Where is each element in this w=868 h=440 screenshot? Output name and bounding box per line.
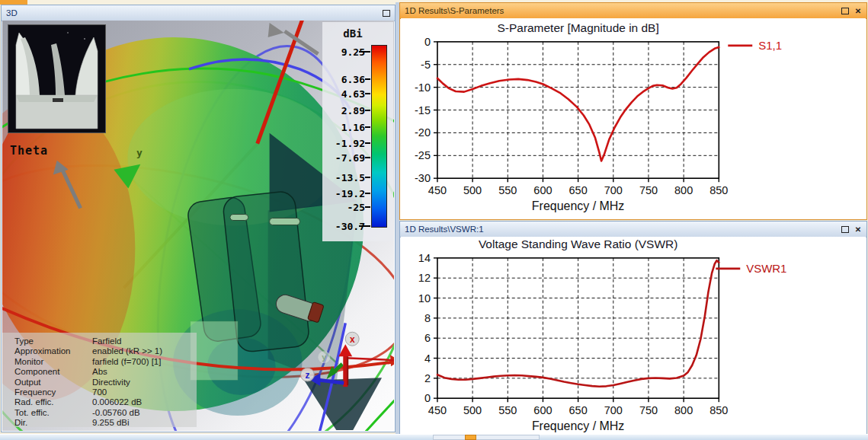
colorbar-tick [365, 93, 370, 94]
y-axis-badge-label: y [322, 352, 327, 362]
y-axis-label: y [136, 147, 143, 158]
info-value: 700 [92, 387, 107, 397]
x-tick-label: 500 [463, 404, 482, 416]
y-tick-label: 6 [424, 332, 431, 344]
x-axis-label: Frequency / MHz [532, 199, 624, 212]
window-vswr: 1D Results\VSWR:1 ✕ 45050055060065070075… [399, 221, 867, 435]
maximize-icon[interactable] [840, 225, 850, 234]
y-tick-label: 12 [418, 272, 431, 284]
x-tick-label: 550 [498, 184, 517, 196]
app-frame-accent [0, 0, 27, 5]
info-label: Type [14, 336, 92, 346]
window-3d-titlebar[interactable]: 3D [2, 5, 395, 21]
info-value: Abs [92, 367, 107, 377]
antenna-pin-2 [270, 218, 300, 225]
close-icon[interactable]: ✕ [853, 225, 863, 234]
y-tick-label: 2 [424, 372, 431, 384]
s-parameters-titlebar[interactable]: 1D Results\S-Parameters ✕ [400, 3, 866, 19]
x-tick-label: 450 [428, 184, 447, 196]
legend-label[interactable]: VSWR1 [746, 262, 786, 275]
y-tick-label: -15 [415, 104, 431, 116]
info-label: Approximation [14, 346, 92, 356]
legend-label[interactable]: S1,1 [758, 39, 782, 52]
colorbar-tick [359, 225, 370, 227]
info-value: -0.05760 dB [92, 408, 140, 418]
info-row: Dir.9.255 dBi [14, 418, 197, 428]
y-tick-label: 8 [424, 312, 431, 324]
z-axis-badge-label: z [305, 370, 309, 381]
x-tick-label: 550 [498, 404, 517, 416]
info-row: OutputDirectivity [14, 378, 197, 387]
window-3d-title: 3D [6, 8, 379, 18]
info-row: Monitorfarfield (f=700) [1] [14, 357, 197, 367]
colorbar-label: -7.69 [335, 151, 365, 163]
info-value: 9.255 dBi [92, 418, 130, 428]
colorbar-tick [365, 206, 370, 208]
info-label: Dir. [14, 418, 92, 428]
antenna-pin-1 [230, 215, 248, 221]
x-axis-badge-label: x [350, 334, 355, 345]
y-tick-label: -30 [415, 172, 431, 184]
x-tick-label: 650 [569, 184, 588, 196]
info-row: Frequency700 [14, 387, 197, 397]
colorbar-tick [365, 126, 370, 128]
info-label: Output [14, 378, 92, 387]
colorbar-label: -13.5 [335, 171, 365, 183]
vswr-chart[interactable]: 45050055060065070075080085002468101214Vo… [401, 237, 866, 434]
info-label: Frequency [14, 387, 92, 397]
y-tick-label: -5 [421, 59, 431, 71]
colorbar-label: -25 [348, 202, 365, 213]
info-value: farfield (f=700) [1] [92, 357, 161, 367]
maximize-icon[interactable] [381, 8, 392, 18]
chart-title: S-Parameter [Magnitude in dB] [498, 21, 659, 34]
info-value: Directivity [92, 378, 130, 387]
colorbar-tick [365, 142, 370, 144]
info-row: Tot. effic.-0.05760 dB [14, 408, 197, 418]
vswr-title: 1D Results\VSWR:1 [405, 225, 838, 234]
chart-title: Voltage Standing Wave Ratio (VSWR) [479, 238, 677, 250]
colorbar-tick [365, 78, 370, 80]
vswr-body: 45050055060065070075080085002468101214Vo… [401, 237, 866, 434]
colorbar-tick [359, 51, 370, 53]
bounding-box-face [191, 321, 238, 380]
y-tick-label: 10 [418, 292, 431, 304]
close-icon[interactable]: ✕ [853, 6, 863, 15]
s-parameters-title: 1D Results\S-Parameters [405, 6, 838, 15]
x-tick-label: 600 [533, 184, 552, 196]
info-label: Tot. effic. [14, 408, 92, 418]
maximize-icon[interactable] [840, 6, 850, 15]
y-tick-label: -20 [415, 126, 431, 139]
info-value: Farfield [92, 336, 121, 346]
s-parameter-chart[interactable]: 4505005506006507007508008500-5-10-15-20-… [401, 18, 866, 218]
x-tick-label: 800 [674, 404, 693, 416]
x-tick-label: 800 [674, 184, 693, 196]
info-value: 0.006022 dB [92, 397, 142, 407]
y-tick-label: -10 [415, 81, 431, 94]
theta-label: Theta [10, 144, 48, 158]
colorbar-tick [365, 110, 370, 111]
info-row: Approximationenabled (kR >> 1) [14, 346, 197, 356]
x-tick-label: 650 [569, 404, 588, 416]
colorbar-gradient [371, 45, 387, 228]
x-tick-label: 850 [709, 404, 728, 416]
y-tick-label: -25 [415, 149, 431, 161]
info-value: enabled (kR >> 1) [92, 346, 162, 356]
3d-viewport[interactable]: y x z [2, 21, 394, 431]
vswr-titlebar[interactable]: 1D Results\VSWR:1 ✕ [400, 222, 866, 238]
colorbar-unit: dBi [335, 27, 371, 40]
info-label: Rad. effic. [14, 397, 92, 407]
colorbar-label: 1.16 [341, 122, 365, 133]
window-s-parameters: 1D Results\S-Parameters ✕ 45050055060065… [399, 2, 867, 220]
x-axis-label: Frequency / MHz [532, 419, 625, 432]
bottom-tab[interactable] [433, 435, 540, 440]
colorbar-label: 6.36 [341, 73, 365, 84]
info-row: ComponentAbs [14, 367, 197, 377]
colorbar-label: -1.92 [335, 137, 365, 148]
x-tick-label: 450 [428, 404, 447, 416]
x-tick-label: 700 [604, 404, 623, 416]
y-tick-label: 0 [424, 36, 431, 48]
y-tick-label: 0 [424, 392, 431, 404]
y-tick-label: 4 [424, 352, 431, 365]
antenna-feed [53, 98, 63, 102]
antenna-model-image [8, 25, 105, 132]
